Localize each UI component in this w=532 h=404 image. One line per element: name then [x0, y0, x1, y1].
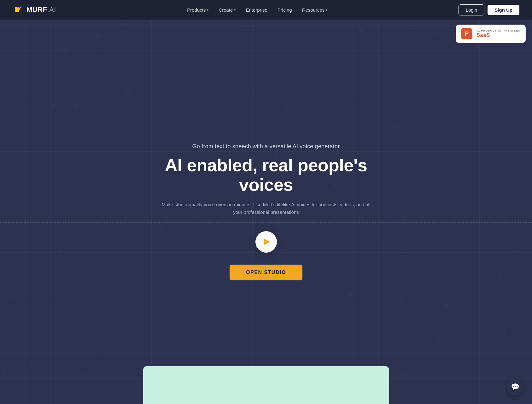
navbar: MURF.AI Products ▾ Create ▾ Enterprise P…: [0, 0, 532, 20]
nav-item-enterprise[interactable]: Enterprise: [242, 5, 271, 15]
play-button[interactable]: [255, 231, 277, 253]
hero-subtitle: Go from text to speech with a versatile …: [149, 143, 383, 150]
login-button[interactable]: Login: [459, 4, 485, 15]
nav-item-pricing[interactable]: Pricing: [274, 5, 296, 15]
logo-text: MURF.AI: [26, 6, 56, 14]
logo[interactable]: MURF.AI: [13, 4, 56, 15]
chevron-down-icon: ▾: [234, 8, 236, 12]
open-studio-button[interactable]: OPEN STUDIO: [230, 265, 302, 280]
signup-button[interactable]: Sign Up: [488, 5, 519, 15]
hero-description: Make studio-quality voice overs in minut…: [159, 201, 373, 216]
play-section: [149, 231, 383, 253]
product-hunt-label: #1 PRODUCT OF THE WEEK: [476, 29, 520, 32]
chevron-down-icon: ▾: [207, 8, 208, 12]
play-icon: [264, 238, 270, 245]
murf-logo-icon: [13, 4, 24, 15]
product-hunt-badge[interactable]: P #1 PRODUCT OF THE WEEK SaaS: [456, 25, 526, 43]
nav-item-products[interactable]: Products ▾: [183, 5, 212, 15]
bottom-preview: [143, 366, 389, 404]
product-hunt-product-name: SaaS: [476, 32, 520, 38]
chat-bubble[interactable]: 💬: [507, 379, 523, 395]
nav-item-resources[interactable]: Resources ▾: [298, 5, 331, 15]
hero-section: ◈◗◖◓⊟◍◕⊘◑⊛◍◒◒◑◍◒◓◌⊟◓⊞◗⊞▣◎⊝◍◎◓⊞⊝◒◈⊡◉◈◌◖⊚⊛…: [0, 0, 532, 404]
product-hunt-logo: P: [461, 28, 472, 39]
hero-title: AI enabled, real people's voices: [149, 155, 383, 194]
nav-auth: Login Sign Up: [459, 4, 519, 15]
chat-icon: 💬: [511, 383, 519, 391]
product-hunt-text: #1 PRODUCT OF THE WEEK SaaS: [476, 29, 520, 38]
hero-content: Go from text to speech with a versatile …: [143, 143, 389, 280]
chevron-down-icon: ▾: [326, 8, 327, 12]
nav-item-create[interactable]: Create ▾: [215, 5, 239, 15]
nav-links: Products ▾ Create ▾ Enterprise Pricing R…: [183, 5, 331, 15]
